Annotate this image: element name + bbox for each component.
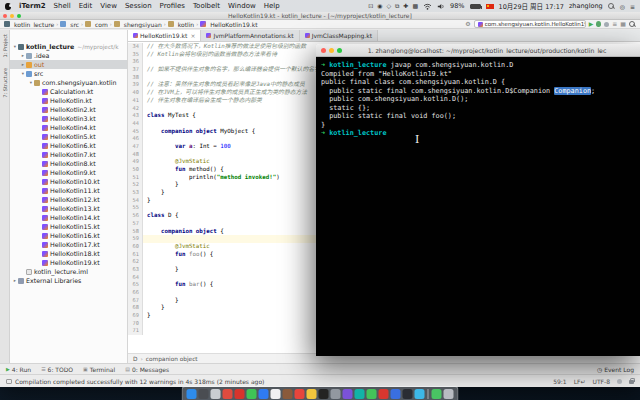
tree-item-kotlin-lecture-iml[interactable]: kotlin_lecture.iml — [10, 267, 127, 276]
tree-item-hellokotlin12-kt[interactable]: HelloKotlin12.kt — [10, 195, 127, 204]
search-everywhere-icon[interactable] — [629, 21, 636, 28]
dock-icon[interactable] — [379, 389, 389, 399]
dock-icon[interactable] — [283, 389, 293, 399]
editor-breadcrumb-d[interactable]: D — [133, 356, 137, 362]
editor-breadcrumb-companion-object[interactable]: companion object — [146, 356, 198, 362]
tree-item-hellokotlin19-kt[interactable]: HelloKotlin19.kt — [10, 258, 127, 267]
caret-position[interactable]: 59:1 — [553, 378, 566, 385]
tree-item-calculation-kt[interactable]: Calculation.kt — [10, 87, 127, 96]
dock-icon[interactable] — [247, 389, 257, 399]
dock-icon[interactable] — [343, 389, 353, 399]
tree-item-hellokotlin5-kt[interactable]: HelloKotlin5.kt — [10, 132, 127, 141]
tab-jvmplatformannotations-kt[interactable]: JvmPlatformAnnotations.kt — [201, 30, 299, 41]
tree-item-hellokotlin3-kt[interactable]: HelloKotlin3.kt — [10, 114, 127, 123]
dock-icon[interactable] — [331, 389, 341, 399]
tree-item-hellokotlin17-kt[interactable]: HelloKotlin17.kt — [10, 240, 127, 249]
menubar-extra-icon[interactable]: ◇ — [386, 2, 391, 10]
siri-icon[interactable]: ◎ — [620, 3, 625, 10]
dock-icon[interactable] — [199, 389, 209, 399]
tree-item-hellokotlin10-kt[interactable]: HelloKotlin10.kt — [10, 177, 127, 186]
tree-item-hellokotlin15-kt[interactable]: HelloKotlin15.kt — [10, 222, 127, 231]
breadcrumb-kotlin-lecture[interactable]: kotlin_lecture — [4, 21, 54, 28]
input-language-flag-icon[interactable] — [486, 4, 494, 9]
dock-icon[interactable] — [367, 389, 377, 399]
tree-item-hellokotlin18-kt[interactable]: HelloKotlin18.kt — [10, 249, 127, 258]
dock-icon[interactable] — [235, 389, 245, 399]
breadcrumb-hellokotlin19-kt[interactable]: HelloKotlin19.kt — [200, 21, 257, 28]
apple-menu-icon[interactable] — [5, 3, 11, 10]
line-separator[interactable]: LF↵ — [574, 378, 586, 385]
tab-hellokotlin19-kt[interactable]: HelloKotlin19.kt× — [128, 30, 201, 41]
tree-item-hellokotlin-kt[interactable]: HelloKotlin.kt — [10, 96, 127, 105]
breadcrumb-shengsiyuan[interactable]: shengsiyuan — [114, 21, 162, 28]
tree-item-src[interactable]: ▾src — [10, 69, 127, 78]
wifi-icon[interactable] — [423, 3, 432, 10]
close-tab-icon[interactable]: × — [190, 32, 195, 39]
status-message[interactable]: Compilation completed successfully with … — [15, 378, 264, 385]
menubar-extra-icon[interactable]: ◉ — [377, 2, 382, 10]
dock-icon[interactable] — [295, 389, 305, 399]
tree-item-hellokotlin7-kt[interactable]: HelloKotlin7.kt — [10, 150, 127, 159]
coverage-button[interactable] — [604, 22, 609, 27]
dock-icon[interactable] — [223, 389, 233, 399]
tree-item-hellokotlin2-kt[interactable]: HelloKotlin2.kt — [10, 105, 127, 114]
breadcrumb-com[interactable]: com — [85, 21, 108, 28]
menu-session[interactable]: Session — [125, 2, 152, 10]
dock-icon[interactable] — [319, 389, 329, 399]
tree-item-com-shengsiyuan-kotlin[interactable]: ▾com.shengsiyuan.kotlin — [10, 78, 127, 87]
breadcrumb-src[interactable]: src — [60, 21, 79, 28]
menu-toolbelt[interactable]: Toolbelt — [193, 2, 220, 10]
menubar-extra-icon[interactable]: ▩ — [412, 2, 418, 10]
dock-icon[interactable] — [415, 389, 425, 399]
menu-help[interactable]: Help — [264, 2, 280, 10]
debug-button[interactable] — [596, 21, 601, 27]
run-button[interactable]: ▶ — [589, 21, 594, 27]
event-log-button[interactable]: ◷ Event Log — [597, 366, 634, 373]
file-encoding[interactable]: UTF-8 — [593, 378, 611, 385]
dock-icon[interactable] — [403, 389, 413, 399]
wrench-icon[interactable]: ⚙ — [465, 21, 470, 27]
spotlight-search-icon[interactable] — [608, 3, 615, 10]
tree-item-hellokotlin14-kt[interactable]: HelloKotlin14.kt — [10, 213, 127, 222]
dock-icon[interactable] — [432, 389, 442, 399]
dock-icon[interactable] — [187, 389, 197, 399]
more-actions-icon[interactable]: ≡ — [612, 21, 617, 27]
terminal-titlebar[interactable]: 1. zhanglong@localhost: ~/myproject/kotl… — [316, 44, 640, 57]
tool-window-4-run[interactable]: ▶4: Run — [6, 366, 31, 373]
tree-item-hellokotlin11-kt[interactable]: HelloKotlin11.kt — [10, 186, 127, 195]
dock-icon[interactable] — [391, 389, 401, 399]
menubar-extra-icon[interactable]: ✚ — [403, 2, 408, 10]
run-configuration-select[interactable]: com.shengsiyuan.kotlin.HelloKotlin19Kt ▾ — [474, 20, 586, 28]
tool-button-1-project[interactable]: 1: Project — [2, 34, 8, 58]
menu-edit[interactable]: Edit — [79, 2, 93, 10]
tool-window-0-messages[interactable]: ▤0: Messages — [125, 366, 169, 373]
project-structure-icon[interactable]: ▦ — [620, 21, 626, 27]
tree-item-external-libraries[interactable]: ▸External Libraries — [10, 276, 127, 285]
tree-item-hellokotlin13-kt[interactable]: HelloKotlin13.kt — [10, 204, 127, 213]
tool-window-terminal[interactable]: ▣Terminal — [83, 366, 115, 373]
dock-icon[interactable] — [211, 389, 221, 399]
tab-jvmclassmapping-kt[interactable]: JvmClassMapping.kt — [300, 30, 378, 41]
tree-item-hellokotlin16-kt[interactable]: HelloKotlin16.kt — [10, 231, 127, 240]
volume-icon[interactable] — [437, 3, 445, 10]
tree-item-hellokotlin8-kt[interactable]: HelloKotlin8.kt — [10, 159, 127, 168]
ide-titlebar[interactable]: HelloKotlin19.kt - kotlin_lecture - [~/m… — [0, 12, 640, 20]
menu-window[interactable]: Window — [228, 2, 256, 10]
dock-icon[interactable] — [259, 389, 269, 399]
menubar-extra-icon[interactable]: ⊡ — [368, 2, 373, 10]
tool-window-6-todo[interactable]: ☰6: TODO — [41, 366, 73, 373]
menu-iterm2[interactable]: iTerm2 — [19, 2, 46, 10]
tree-item-hellokotlin9-kt[interactable]: HelloKotlin9.kt — [10, 168, 127, 177]
menu-profiles[interactable]: Profiles — [160, 2, 185, 10]
tree-item-kotlin-lecture[interactable]: ▾kotlin_lecture~/myproject/k — [10, 42, 127, 51]
tool-button-7-structure[interactable]: 7: Structure — [2, 68, 8, 98]
iterm-window[interactable]: 1. zhanglong@localhost: ~/myproject/kotl… — [316, 44, 640, 356]
lock-icon[interactable] — [629, 378, 634, 384]
close-window-button[interactable] — [321, 48, 326, 53]
tree-item-out[interactable]: ▸out — [10, 60, 127, 69]
inspections-icon[interactable] — [617, 379, 622, 384]
breadcrumb-kotlin[interactable]: kotlin — [168, 21, 194, 28]
terminal-output[interactable]: ➜ kotlin_lecture javap com.shengsiyuan.k… — [316, 57, 640, 356]
menu-shell[interactable]: Shell — [54, 2, 71, 10]
menubar-username[interactable]: zhanglong — [569, 2, 603, 10]
